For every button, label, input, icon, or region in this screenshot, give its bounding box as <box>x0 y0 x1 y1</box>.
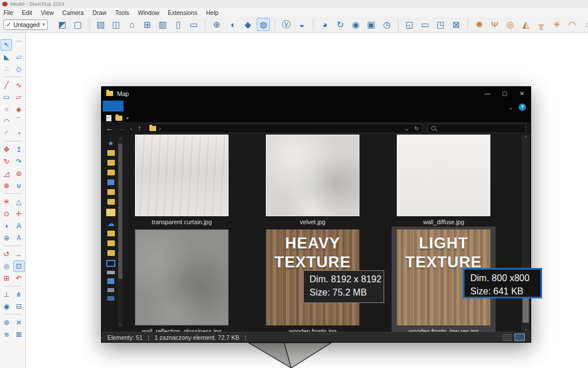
file-name-label[interactable]: velvet.jpg <box>254 218 371 225</box>
desktop-folder-icon[interactable] <box>107 150 115 156</box>
refresh-icon[interactable]: ↻ <box>414 125 419 132</box>
this-pc-icon[interactable] <box>106 260 115 267</box>
paint-bucket-tool[interactable]: ◣ <box>1 51 12 63</box>
globe-icon[interactable]: ◍ <box>257 18 270 31</box>
ribbon-collapse-icon[interactable]: ⌄ <box>509 104 513 110</box>
history-dropdown-icon[interactable]: ⌄ <box>129 126 133 131</box>
data-disk-icon[interactable] <box>107 278 114 284</box>
two-point-arc-tool[interactable]: ⌒ <box>13 116 25 127</box>
quick-access-star-icon[interactable]: ★ <box>108 140 114 146</box>
vray-interactive-tool[interactable]: ⊛ <box>1 317 12 328</box>
network-icon[interactable] <box>107 296 114 301</box>
offset-tool[interactable]: ⊚ <box>13 168 25 179</box>
tape-measure-tool[interactable]: ⊙ <box>1 208 12 220</box>
ies-light-icon[interactable]: ╥ <box>535 18 548 31</box>
back-button[interactable]: ← <box>106 124 113 132</box>
forward-button[interactable]: → <box>118 124 125 132</box>
box-shaded-icon[interactable]: ◩ <box>56 18 69 31</box>
cabinet-icon[interactable]: ▥ <box>156 18 169 31</box>
videos-folder-icon[interactable] <box>107 199 115 205</box>
plane-light-icon[interactable]: Ψ <box>488 18 501 31</box>
intersect-tool[interactable]: ⊗ <box>1 180 12 191</box>
orbit-tool[interactable]: ↺ <box>1 248 12 260</box>
interactive-render-icon[interactable]: ◉ <box>349 18 362 31</box>
previous-view-tool[interactable]: ↶ <box>13 273 25 284</box>
navpane-scrollbar[interactable]: ⌃ ⌄ <box>118 137 123 327</box>
folder-icon[interactable] <box>107 240 115 246</box>
file-thumbnail[interactable] <box>397 135 490 216</box>
view-details-icon[interactable] <box>502 334 512 341</box>
menu-camera[interactable]: Camera <box>63 9 84 16</box>
properties-icon[interactable] <box>106 115 111 121</box>
downloads-folder-icon[interactable] <box>107 160 115 166</box>
menu-draw[interactable]: Draw <box>92 9 107 16</box>
asset-editor-icon[interactable]: ◒ <box>295 18 308 31</box>
window-icon[interactable]: ⊞ <box>141 18 154 31</box>
pan-tool[interactable]: ↔ <box>13 248 25 260</box>
up-button[interactable]: ↑ <box>138 124 141 132</box>
solid-tools[interactable]: △ <box>13 196 25 208</box>
onedrive-icon[interactable]: ☁ <box>107 220 115 227</box>
polygon-shape-tool[interactable]: ◇ <box>13 63 25 75</box>
help-icon[interactable]: ? <box>519 103 526 111</box>
file-name-label[interactable]: wall_diffuse.jpg <box>385 218 502 225</box>
menu-extensions[interactable]: Extensions <box>168 9 197 16</box>
ribbon-file-tab[interactable] <box>103 101 123 112</box>
make-component-tool[interactable]: ∴ <box>1 63 12 75</box>
pie-tool[interactable]: ◔ <box>13 128 25 139</box>
local-disk-icon[interactable] <box>107 271 115 274</box>
weld-edges-tool[interactable]: ✳ <box>1 196 12 208</box>
file-item[interactable]: transparent curtain.jpg <box>135 135 229 216</box>
vray-displacement-tool[interactable]: ⊠ <box>13 329 25 340</box>
map-folder-open-icon[interactable] <box>106 209 115 216</box>
maximize-button[interactable]: ▢ <box>496 87 513 100</box>
render-teapot-icon[interactable]: ◕ <box>318 18 331 31</box>
menu-edit[interactable]: Edit <box>22 9 32 16</box>
zoom-tool[interactable]: ◎ <box>1 260 12 272</box>
menu-view[interactable]: View <box>41 9 54 16</box>
door-icon[interactable]: ▯ <box>172 18 185 31</box>
dome-light-icon[interactable]: ◠ <box>566 18 579 31</box>
look-around-tool[interactable]: ◉ <box>1 301 12 312</box>
axes-tool[interactable]: ✛ <box>13 208 25 220</box>
file-name-label[interactable]: transparent curtain.jpg <box>123 218 240 225</box>
eraser-tool[interactable]: ▱ <box>13 51 25 63</box>
close-button[interactable]: ✕ <box>513 87 531 100</box>
usb-drive-icon[interactable] <box>107 288 114 292</box>
render-history-clock-icon[interactable]: ◷ <box>380 18 393 31</box>
select-tool[interactable]: ↖ <box>1 39 12 51</box>
explorer-title-bar[interactable]: Map — ▢ ✕ <box>102 87 531 100</box>
lasso-tool[interactable]: ⌒ <box>13 39 25 51</box>
zoom-extents-tool[interactable]: ⊞ <box>1 273 12 284</box>
documents-folder-icon[interactable] <box>107 170 115 175</box>
text-tool[interactable]: A <box>13 220 25 232</box>
address-dropdown-icon[interactable]: ⌄ <box>404 125 409 132</box>
tag-dropdown[interactable]: ✓ Untagged ▾ <box>3 20 48 30</box>
file-item[interactable]: wall_reflection_glossiness.jpg <box>135 229 229 325</box>
render-region-icon[interactable]: ◱ <box>403 18 416 31</box>
polygon-tool[interactable]: ◈ <box>13 103 25 115</box>
rotate-tool[interactable]: ↻ <box>1 156 12 167</box>
file-thumbnail[interactable] <box>135 135 229 216</box>
sphere-light-icon[interactable]: ◎ <box>504 18 517 31</box>
file-item[interactable]: velvet.jpg <box>266 135 359 216</box>
panel-icon[interactable]: ◫ <box>110 18 123 31</box>
section-plane-tool[interactable]: ⊟ <box>13 301 25 312</box>
file-item[interactable]: wall_diffuse.jpg <box>397 135 490 216</box>
frame-icon[interactable]: ▭ <box>187 18 200 31</box>
pictures-folder-icon[interactable] <box>107 179 114 185</box>
batch-render-icon[interactable]: ◳ <box>434 18 447 31</box>
gem-icon[interactable]: ◆ <box>241 18 254 31</box>
vray-scatter-tool[interactable]: ✕ <box>13 317 25 328</box>
outer-shell-tool[interactable]: ⊎ <box>13 180 25 191</box>
scale-tool[interactable]: ◿ <box>1 168 12 179</box>
box-wireframe-icon[interactable]: ▢ <box>71 18 84 31</box>
follow-me-tool[interactable]: ↷ <box>13 156 25 167</box>
search-input[interactable] <box>427 124 526 133</box>
move-tool[interactable]: ✥ <box>1 144 12 155</box>
menu-help[interactable]: Help <box>206 9 219 16</box>
menu-window[interactable]: Window <box>138 9 159 16</box>
spot-light-icon[interactable]: ◭ <box>519 18 532 31</box>
position-camera-tool[interactable]: ⊥ <box>1 289 12 300</box>
rectangle-tool[interactable]: ▭ <box>1 91 12 103</box>
